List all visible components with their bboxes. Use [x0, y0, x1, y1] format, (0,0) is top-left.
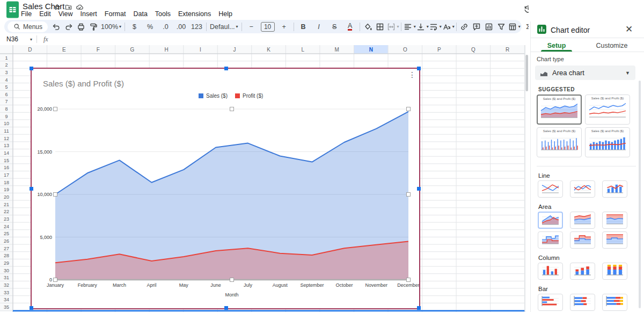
chart-resize-handle[interactable]	[224, 306, 228, 310]
chart-resize-handle[interactable]	[224, 67, 228, 70]
chart-thumb-area-basic[interactable]	[538, 212, 563, 229]
chart-options-icon[interactable]: ⋮	[408, 71, 416, 78]
font-size-input[interactable]: 10	[259, 21, 276, 33]
chart-thumb-line-smooth[interactable]	[570, 180, 595, 198]
row-header-24[interactable]: 24	[4, 224, 9, 229]
close-icon[interactable]: ✕	[625, 24, 633, 35]
chart-thumb-bar-stacked[interactable]	[570, 294, 595, 311]
row-header-28[interactable]: 28	[4, 253, 9, 258]
column-header-K[interactable]: K	[267, 47, 270, 53]
plot-resize-handle[interactable]	[54, 107, 57, 111]
name-box[interactable]: N36	[0, 35, 30, 43]
chart-resize-handle[interactable]	[30, 187, 33, 191]
chart-type-select[interactable]: Area chart ▼	[535, 66, 635, 80]
name-box-caret-icon[interactable]: ▾	[30, 37, 32, 42]
row-header-11[interactable]: 11	[4, 128, 9, 134]
chart-title[interactable]: Sales ($) and Profit ($)	[43, 79, 124, 88]
decrease-font-size-button[interactable]: −	[244, 21, 259, 33]
row-header-8[interactable]: 8	[5, 106, 8, 112]
column-header-N[interactable]: N	[369, 47, 373, 53]
row-header-10[interactable]: 10	[4, 121, 9, 126]
column-header-P[interactable]: P	[437, 47, 441, 53]
fill-color-button[interactable]	[362, 21, 374, 33]
menu-edit[interactable]: Edit	[35, 9, 55, 19]
column-header-J[interactable]: J	[233, 47, 236, 53]
column-header-D[interactable]: D	[28, 47, 32, 53]
vertical-scrollbar[interactable]	[526, 55, 529, 91]
increase-font-size-button[interactable]: +	[276, 21, 292, 33]
row-header-4[interactable]: 4	[5, 77, 8, 83]
decrease-decimal-button[interactable]: .0	[158, 21, 173, 33]
row-header-1[interactable]: 1	[5, 55, 8, 61]
chart-thumb-bar-100[interactable]	[602, 294, 627, 311]
column-header-H[interactable]: H	[164, 47, 168, 53]
row-header-29[interactable]: 29	[4, 260, 9, 266]
chart-thumb-bar-basic[interactable]	[538, 294, 563, 311]
bold-button[interactable]: B	[296, 21, 311, 33]
panel-scrollbar[interactable]	[639, 81, 641, 308]
redo-button[interactable]	[62, 21, 75, 33]
strikethrough-button[interactable]: S	[327, 21, 342, 33]
menu-format[interactable]: Format	[101, 9, 130, 19]
chart-thumb-line-basic[interactable]	[538, 180, 563, 198]
insert-comment-button[interactable]	[471, 21, 483, 33]
plot-resize-handle[interactable]	[54, 278, 57, 282]
row-header-31[interactable]: 31	[4, 275, 9, 280]
create-filter-button[interactable]	[495, 21, 508, 33]
chart-thumb-col-100[interactable]	[602, 263, 627, 280]
chart-thumb-col-stacked[interactable]	[570, 263, 595, 280]
borders-button[interactable]	[374, 21, 386, 33]
insert-link-button[interactable]	[458, 21, 471, 33]
chart-thumb-col-basic[interactable]	[538, 263, 563, 280]
text-rotate-button[interactable]: ▾	[442, 21, 455, 33]
row-header-14[interactable]: 14	[4, 150, 9, 156]
column-header-G[interactable]: G	[130, 47, 135, 53]
currency-button[interactable]: $	[127, 21, 142, 33]
plot-resize-handle[interactable]	[230, 107, 234, 111]
table-view-button[interactable]: ▾	[508, 21, 521, 33]
column-header-Q[interactable]: Q	[471, 47, 475, 53]
column-header-R[interactable]: R	[506, 47, 509, 53]
row-header-3[interactable]: 3	[5, 70, 8, 75]
chart-thumb-area-stacked[interactable]	[570, 212, 595, 229]
menus-search[interactable]: Menus	[8, 21, 48, 32]
row-header-35[interactable]: 35	[4, 304, 9, 310]
row-header-20[interactable]: 20	[4, 194, 9, 200]
row-header-2[interactable]: 2	[5, 62, 8, 68]
plot-resize-handle[interactable]	[54, 193, 57, 197]
menu-extensions[interactable]: Extensions	[174, 9, 215, 19]
row-header-26[interactable]: 26	[4, 238, 9, 244]
row-header-23[interactable]: 23	[4, 216, 9, 222]
chart-resize-handle[interactable]	[30, 67, 33, 70]
horizontal-align-button[interactable]: ▾	[403, 21, 416, 33]
tab-setup[interactable]: Setup	[539, 42, 574, 49]
font-family-select[interactable]: Defaul...▾	[208, 21, 240, 33]
column-header-I[interactable]: I	[200, 47, 201, 53]
chart-resize-handle[interactable]	[417, 306, 421, 310]
percent-button[interactable]: %	[142, 21, 158, 33]
zoom-select[interactable]: 100%▾	[99, 21, 123, 33]
row-header-9[interactable]: 9	[5, 114, 8, 119]
undo-button[interactable]	[50, 21, 62, 33]
row-header-13[interactable]: 13	[4, 143, 9, 148]
paint-format-button[interactable]	[87, 21, 99, 33]
row-header-30[interactable]: 30	[4, 268, 9, 273]
row-header-22[interactable]: 22	[4, 209, 9, 214]
chart-resize-handle[interactable]	[417, 187, 421, 191]
chart-thumb-sugg-colthin[interactable]: Sales ($) and Profit ($)	[537, 127, 582, 157]
sales-profit-chart-canvas[interactable]: Sales ($) and Profit ($)Sales ($)Profit …	[32, 69, 419, 308]
menu-data[interactable]: Data	[129, 9, 151, 19]
more-formats-button[interactable]: 123	[189, 21, 204, 33]
column-header-L[interactable]: L	[301, 47, 304, 53]
vertical-align-button[interactable]: ▾	[416, 21, 429, 33]
chart-thumb-area-100[interactable]	[602, 212, 627, 229]
row-header-34[interactable]: 34	[4, 297, 9, 302]
italic-button[interactable]: I	[311, 21, 327, 33]
chart-thumb-step-basic[interactable]	[538, 231, 563, 249]
plot-resize-handle[interactable]	[407, 107, 411, 111]
chart-legend[interactable]: Sales ($)Profit ($)	[199, 93, 263, 99]
chart-thumb-sugg-combo[interactable]: Sales ($) and Profit ($)	[585, 127, 630, 157]
chart-thumb-line-combo[interactable]	[602, 180, 627, 198]
row-header-18[interactable]: 18	[4, 180, 9, 185]
column-header-M[interactable]: M	[335, 47, 339, 53]
